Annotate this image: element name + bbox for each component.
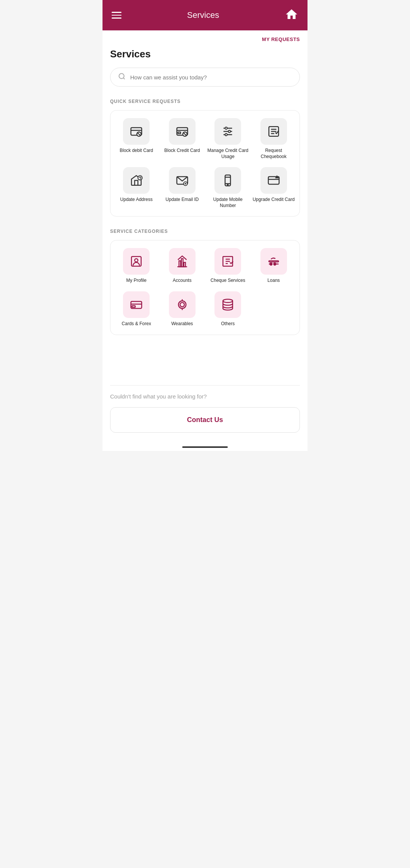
update-email-icon [176,174,189,187]
search-bar[interactable] [110,68,300,87]
svg-point-14 [225,127,227,130]
wearables-icon [176,298,189,311]
update-address-item[interactable]: Update Address [115,167,158,209]
cards-forex-item[interactable]: Cards & Forex [115,291,158,327]
block-credit-card-label: Block Credit Card [164,148,200,154]
update-email-icon-box [169,167,196,194]
cheque-services-icon-box [214,248,241,275]
upgrade-credit-card-item[interactable]: Upgrade Credit Card [252,167,295,209]
manage-credit-card-label: Manage Credit Card Usage [207,148,249,160]
bottom-section: Couldn't find what you are looking for? … [102,362,308,440]
page-title: Services [110,45,300,68]
request-chequebook-icon-box [260,118,287,145]
manage-credit-card-icon [221,125,234,138]
quick-service-label: QUICK SERVICE REQUESTS [110,99,300,104]
search-icon [118,73,126,82]
accounts-icon-box [169,248,196,275]
cheque-services-label: Cheque Services [211,278,245,284]
svg-point-47 [180,302,184,307]
search-input[interactable] [130,74,292,81]
block-debit-card-label: Block debit Card [120,148,153,154]
grid-spacer [252,291,295,327]
request-chequebook-label: Request Chequebook [252,148,295,160]
svg-rect-39 [184,262,185,267]
cards-forex-label: Cards & Forex [122,321,151,327]
svg-rect-8 [178,132,180,133]
accounts-label: Accounts [173,278,191,284]
home-indicator [102,440,308,451]
header: Services [102,0,308,30]
upgrade-credit-card-label: Upgrade Credit Card [252,197,295,203]
loans-icon-box [260,248,287,275]
cards-forex-icon-box [123,291,150,318]
request-chequebook-item[interactable]: Request Chequebook [252,118,295,160]
divider [110,385,300,386]
wearables-label: Wearables [171,321,193,327]
svg-point-16 [225,134,227,136]
others-icon-box [214,291,241,318]
update-email-label: Update Email ID [166,197,199,203]
request-chequebook-icon [267,125,280,138]
loans-label: Loans [267,278,280,284]
menu-button[interactable] [112,12,121,19]
block-credit-card-item[interactable]: Block Credit Card [161,118,204,160]
block-debit-card-item[interactable]: Block debit Card [115,118,158,160]
contact-us-button[interactable]: Contact Us [110,407,300,433]
upgrade-credit-card-icon [267,174,280,187]
service-categories-label: SERVICE CATEGORIES [110,229,300,234]
my-profile-item[interactable]: My Profile [115,248,158,284]
manage-credit-card-item[interactable]: Manage Credit Card Usage [207,118,249,160]
update-address-icon-box [123,167,150,194]
category-grid-row1: My Profile Accounts [115,248,295,284]
svg-point-29 [227,184,228,185]
update-address-icon [130,174,143,187]
upgrade-credit-card-icon-box [260,167,287,194]
home-indicator-bar [182,446,228,448]
others-item[interactable]: Others [207,291,249,327]
update-address-label: Update Address [120,197,153,203]
wearables-item[interactable]: Wearables [161,291,204,327]
my-profile-label: My Profile [126,278,147,284]
cards-forex-icon [130,298,143,311]
svg-line-1 [123,78,125,79]
update-mobile-icon-box [214,167,241,194]
accounts-icon [176,255,189,268]
update-mobile-label: Update Mobile Number [207,197,249,209]
update-mobile-item[interactable]: Update Mobile Number [207,167,249,209]
block-credit-card-icon-box [169,118,196,145]
accounts-item[interactable]: Accounts [161,248,204,284]
others-label: Others [221,321,235,327]
cheque-services-icon [221,255,234,268]
wearables-icon-box [169,291,196,318]
update-email-item[interactable]: Update Email ID [161,167,204,209]
quick-service-card: Block debit Card Block Credit Card [110,110,300,217]
main-content: MY REQUESTS Services QUICK SERVICE REQUE… [102,30,308,362]
svg-point-35 [135,259,138,262]
update-mobile-icon [221,174,234,187]
manage-credit-card-icon-box [214,118,241,145]
my-profile-icon [130,255,143,268]
svg-rect-37 [179,261,180,267]
cheque-services-item[interactable]: Cheque Services [207,248,249,284]
not-found-text: Couldn't find what you are looking for? [110,393,300,400]
svg-point-42 [274,263,276,266]
svg-point-50 [223,299,233,303]
my-profile-icon-box [123,248,150,275]
block-debit-card-icon [130,125,143,138]
quick-service-grid: Block debit Card Block Credit Card [115,118,295,209]
svg-point-0 [119,74,124,79]
svg-rect-38 [181,259,183,267]
home-button[interactable] [285,8,298,23]
svg-point-41 [270,263,272,266]
svg-rect-45 [132,306,136,307]
svg-point-15 [229,130,231,133]
others-icon [221,298,234,311]
service-categories-card: My Profile Accounts [110,240,300,335]
loans-icon [267,255,280,268]
category-grid-row2: Cards & Forex Wearables [115,291,295,327]
block-debit-card-icon-box [123,118,150,145]
my-requests-link[interactable]: MY REQUESTS [110,30,300,45]
loans-item[interactable]: Loans [252,248,295,284]
block-credit-card-icon [176,125,189,138]
header-title: Services [187,10,219,20]
